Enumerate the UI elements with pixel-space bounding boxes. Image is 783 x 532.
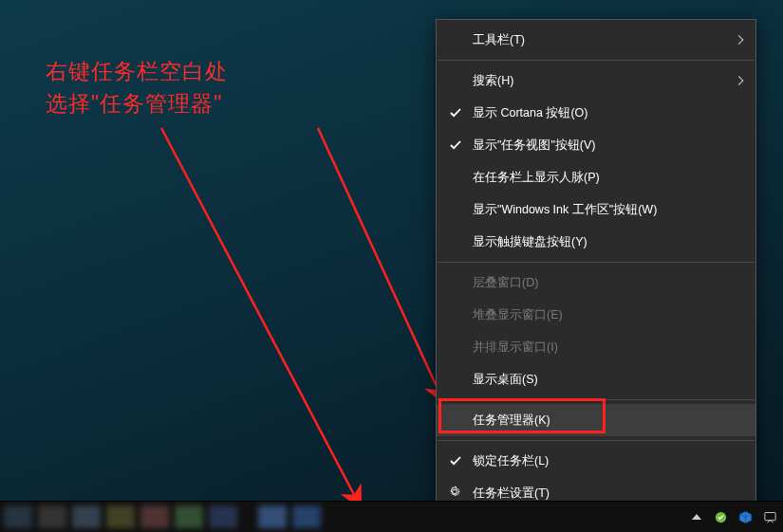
- menu-lock-taskbar-label: 锁定任务栏(L): [473, 453, 549, 469]
- menu-cascade-label: 层叠窗口(D): [473, 275, 538, 291]
- check-icon: [450, 455, 461, 467]
- menu-toolbars[interactable]: 工具栏(T): [437, 24, 755, 56]
- desktop: 右键任务栏空白处 选择"任务管理器" 工具栏(T) 搜索(H) 显示 Corta…: [0, 0, 783, 532]
- tray-cube-icon[interactable]: [737, 509, 753, 524]
- menu-show-people-label: 在任务栏上显示人脉(P): [473, 170, 600, 186]
- annotation-line2: 选择"任务管理器": [46, 87, 228, 119]
- taskbar-app[interactable]: [38, 505, 66, 528]
- menu-task-manager-label: 任务管理器(K): [473, 413, 550, 429]
- menu-show-cortana-label: 显示 Cortana 按钮(O): [473, 105, 587, 121]
- menu-task-manager[interactable]: 任务管理器(K): [437, 404, 755, 436]
- menu-sidebyside-label: 并排显示窗口(I): [473, 339, 558, 356]
- menu-sidebyside: 并排显示窗口(I): [437, 331, 755, 363]
- tray-notifications-icon[interactable]: [762, 509, 777, 524]
- menu-search-label: 搜索(H): [473, 73, 513, 89]
- menu-separator: [438, 262, 755, 263]
- taskbar-app[interactable]: [292, 505, 321, 528]
- menu-show-desktop-label: 显示桌面(S): [473, 372, 538, 388]
- menu-search[interactable]: 搜索(H): [437, 64, 755, 97]
- menu-cascade: 层叠窗口(D): [437, 266, 755, 299]
- menu-show-ink-label: 显示"Windows Ink 工作区"按钮(W): [473, 202, 657, 218]
- menu-show-people[interactable]: 在任务栏上显示人脉(P): [437, 161, 755, 193]
- taskbar-app[interactable]: [140, 505, 169, 528]
- taskbar-app[interactable]: [175, 505, 203, 528]
- menu-separator: [438, 399, 755, 400]
- annotation-line1: 右键任务栏空白处: [46, 55, 228, 87]
- taskbar[interactable]: [0, 501, 783, 532]
- check-icon: [450, 107, 461, 119]
- taskbar-app[interactable]: [106, 505, 135, 528]
- menu-stack: 堆叠显示窗口(E): [437, 299, 755, 331]
- svg-line-0: [161, 128, 361, 507]
- annotation-text: 右键任务栏空白处 选择"任务管理器": [46, 55, 228, 119]
- menu-toolbars-label: 工具栏(T): [473, 32, 525, 48]
- menu-stack-label: 堆叠显示窗口(E): [473, 307, 563, 323]
- tray-security-icon[interactable]: [713, 509, 728, 524]
- menu-taskbar-settings-label: 任务栏设置(T): [473, 486, 550, 502]
- taskbar-app[interactable]: [258, 505, 287, 528]
- taskbar-app[interactable]: [209, 505, 237, 528]
- taskbar-app[interactable]: [72, 505, 101, 528]
- taskbar-app[interactable]: [4, 505, 32, 528]
- menu-separator: [438, 440, 755, 441]
- system-tray: [692, 502, 777, 532]
- menu-separator: [438, 60, 755, 61]
- svg-line-1: [318, 128, 444, 403]
- menu-show-touchkb[interactable]: 显示触摸键盘按钮(Y): [437, 226, 755, 258]
- check-icon: [450, 139, 461, 151]
- taskbar-context-menu: 工具栏(T) 搜索(H) 显示 Cortana 按钮(O) 显示"任务视图"按钮…: [436, 19, 756, 514]
- svg-rect-3: [764, 512, 774, 520]
- menu-show-touchkb-label: 显示触摸键盘按钮(Y): [473, 234, 587, 250]
- menu-show-cortana[interactable]: 显示 Cortana 按钮(O): [437, 97, 755, 129]
- menu-show-taskview-label: 显示"任务视图"按钮(V): [473, 138, 596, 154]
- menu-lock-taskbar[interactable]: 锁定任务栏(L): [437, 445, 755, 477]
- menu-show-ink[interactable]: 显示"Windows Ink 工作区"按钮(W): [437, 193, 755, 226]
- menu-show-desktop[interactable]: 显示桌面(S): [437, 363, 755, 395]
- gear-icon: [448, 486, 461, 502]
- tray-expand-icon[interactable]: [692, 514, 701, 520]
- menu-show-taskview[interactable]: 显示"任务视图"按钮(V): [437, 129, 755, 161]
